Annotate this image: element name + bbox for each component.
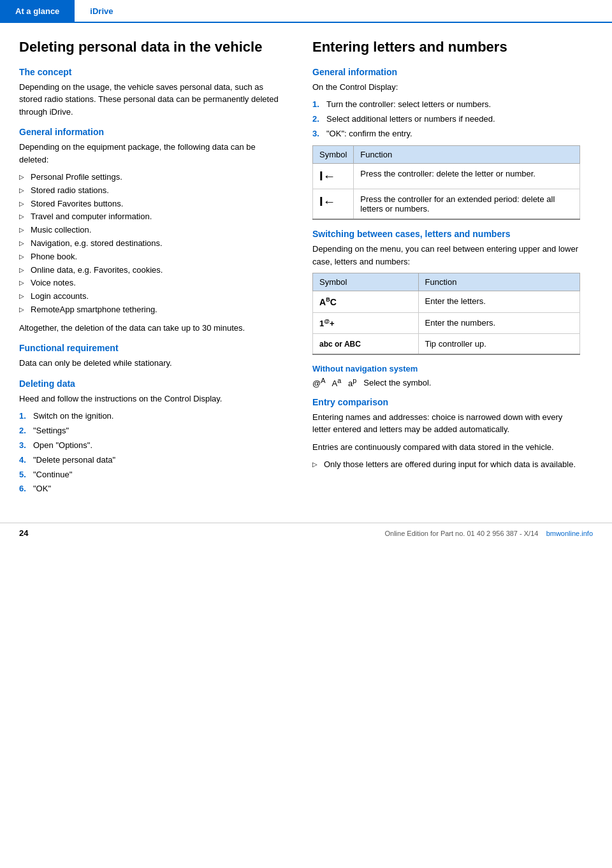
footer: 24 Online Edition for Part no. 01 40 2 9… (0, 523, 612, 543)
function-case: Tip controller up. (418, 334, 579, 355)
symbol-abc: ABC (313, 291, 419, 313)
symbol-numbers: 1@+ (313, 313, 419, 334)
concept-text: Depending on the usage, the vehicle save… (19, 81, 287, 119)
list-item: Phone book. (19, 250, 287, 264)
altogether-text: Altogether, the deletion of the data can… (19, 322, 287, 335)
symbol-table-1: Symbol Function I← Press the controller:… (312, 145, 580, 220)
function-delete-2: Press the controller for an extended per… (354, 189, 580, 220)
general-info-title-right: General information (312, 67, 580, 77)
functional-req-title: Functional requirement (19, 343, 287, 353)
without-nav-symbols: @A Aa ap Select the symbol. (312, 376, 580, 387)
list-item: Only those letters are offered during in… (312, 458, 580, 472)
left-column: Deleting personal data in the vehicle Th… (19, 38, 287, 501)
switching-title: Switching between cases, letters and num… (312, 229, 580, 239)
general-info-title-left: General information (19, 127, 287, 137)
table1-col2: Function (354, 146, 580, 164)
list-item: 1. Turn the controller: select letters o… (312, 98, 580, 112)
steps-list-right: 1. Turn the controller: select letters o… (312, 98, 580, 140)
list-item: 3. "OK": confirm the entry. (312, 127, 580, 141)
list-item: Travel and computer information. (19, 210, 287, 224)
deleting-data-text: Heed and follow the instructions on the … (19, 393, 287, 405)
main-content: Deleting personal data in the vehicle Th… (0, 23, 612, 516)
list-item: 2. Select additional letters or numbers … (312, 113, 580, 126)
entry-comparison-text2: Entries are continuously compared with d… (312, 441, 580, 454)
list-item: Music collection. (19, 224, 287, 237)
list-item: 4. "Delete personal data" (19, 454, 287, 467)
nav-tab-idrive[interactable]: iDrive (75, 0, 128, 22)
list-item: 3. Open "Options". (19, 439, 287, 452)
symbol-delete-1: I← (313, 164, 354, 189)
symbol-delete-2: I← (313, 189, 354, 220)
nav-tab-label-2: iDrive (90, 6, 113, 16)
right-column: Entering letters and numbers General inf… (312, 38, 580, 501)
list-item: Stored radio stations. (19, 184, 287, 198)
deleting-data-title: Deleting data (19, 379, 287, 389)
control-display-text: On the Control Display: (312, 81, 580, 94)
nav-tab-at-a-glance[interactable]: At a glance (0, 0, 75, 22)
list-item: 5. "Continue" (19, 468, 287, 482)
table-row: abc or ABC Tip controller up. (313, 334, 580, 355)
switching-text: Depending on the menu, you can reel betw… (312, 243, 580, 268)
list-item: RemoteApp smartphone tethering. (19, 303, 287, 317)
symbol-case: abc or ABC (313, 334, 419, 355)
function-delete-1: Press the controller: delete the letter … (354, 164, 580, 189)
list-item: Personal Profile settings. (19, 171, 287, 184)
table1-col1: Symbol (313, 146, 354, 164)
list-item: Voice notes. (19, 277, 287, 290)
list-item: 6. "OK" (19, 482, 287, 496)
list-item: Online data, e.g. Favorites, cookies. (19, 264, 287, 277)
table2-col1: Symbol (313, 273, 419, 291)
function-letters: Enter the letters. (418, 291, 579, 313)
entry-comparison-title: Entry comparison (312, 397, 580, 407)
nav-tab-label-1: At a glance (15, 6, 59, 16)
symbol-table-2: Symbol Function ABC Enter the letters. 1… (312, 273, 580, 355)
table-row: ABC Enter the letters. (313, 291, 580, 313)
page-number: 24 (19, 528, 28, 538)
table-row: I← Press the controller for an extended … (313, 189, 580, 220)
without-nav-title: Without navigation system (312, 364, 580, 373)
table2-col2: Function (418, 273, 579, 291)
concept-title: The concept (19, 67, 287, 77)
footer-text: Online Edition for Part no. 01 40 2 956 … (384, 530, 593, 537)
list-item: Login accounts. (19, 290, 287, 303)
top-navigation: At a glance iDrive (0, 0, 612, 23)
table-row: I← Press the controller: delete the lett… (313, 164, 580, 189)
table-row: 1@+ Enter the numbers. (313, 313, 580, 334)
list-item: 2. "Settings" (19, 424, 287, 438)
steps-list-left: 1. Switch on the ignition. 2. "Settings"… (19, 410, 287, 496)
function-numbers: Enter the numbers. (418, 313, 579, 334)
left-main-title: Deleting personal data in the vehicle (19, 38, 287, 57)
list-item: Stored Favorites buttons. (19, 198, 287, 211)
functional-req-text: Data can only be deleted while stationar… (19, 357, 287, 370)
list-item: Navigation, e.g. stored destinations. (19, 237, 287, 250)
list-item: 1. Switch on the ignition. (19, 410, 287, 423)
entry-bullet-list: Only those letters are offered during in… (312, 458, 580, 472)
entry-comparison-text1: Entering names and addresses: choice is … (312, 411, 580, 436)
footer-logo: bmwonline.info (546, 530, 593, 537)
right-main-title: Entering letters and numbers (312, 38, 580, 57)
bullet-list: Personal Profile settings. Stored radio … (19, 171, 287, 317)
general-info-text-left: Depending on the equipment package, the … (19, 141, 287, 166)
